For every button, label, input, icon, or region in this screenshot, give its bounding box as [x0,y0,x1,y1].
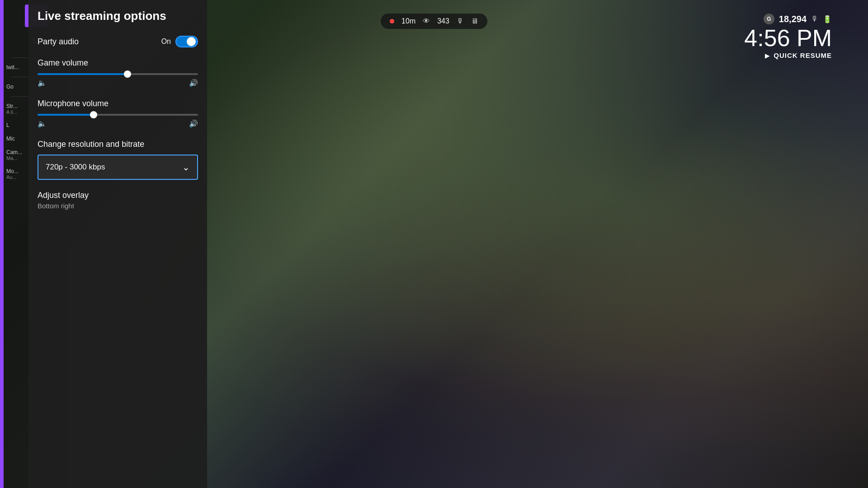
quick-resume-label: QUICK RESUME [774,52,832,59]
party-audio-label: Party audio [38,37,79,47]
resolution-label: Change resolution and bitrate [38,140,198,149]
game-volume-thumb[interactable] [124,70,131,78]
mic-volume-high-icon: 🔊 [189,119,198,128]
hud-bar: 10m 👁 343 🎙 🖥 [381,14,487,29]
game-volume-track [38,73,198,75]
mic-status-icon: 🎙 [811,15,818,23]
party-audio-toggle[interactable] [175,36,198,47]
mic-hud-icon: 🎙 [457,17,464,25]
battery-icon: 🔋 [823,15,832,23]
mic-volume-icons: 🔈 🔊 [38,119,198,128]
game-volume-high-icon: 🔊 [189,79,198,87]
game-volume-slider-container[interactable] [38,73,198,75]
status-panel: G 18,294 🎙 🔋 4:56 PM ▶ QUICK RESUME [744,14,832,59]
display-hud-icon: 🖥 [471,17,478,25]
current-time: 4:56 PM [744,26,832,50]
toggle-knob [187,37,196,46]
toggle-container[interactable]: On [161,36,198,47]
resolution-selected: 720p - 3000 kbps [46,163,105,172]
mic-volume-slider-container[interactable] [38,114,198,116]
game-volume-label: Game volume [38,58,198,68]
twitch-accent-bar [0,0,4,488]
status-icons-row: G 18,294 🎙 🔋 [764,14,832,24]
stream-duration: 10m [401,17,415,25]
settings-panel: Live streaming options Party audio On Ga… [28,0,207,488]
panel-title: Live streaming options [38,9,198,23]
overlay-position: Bottom right [38,202,198,210]
mic-volume-fill [38,114,94,116]
quick-resume-row[interactable]: ▶ QUICK RESUME [765,52,832,59]
resolution-section: Change resolution and bitrate 720p - 300… [38,140,198,180]
mic-volume-label: Microphone volume [38,99,198,108]
gamerscore: 18,294 [779,14,807,24]
mic-volume-section: Microphone volume 🔈 🔊 [38,99,198,128]
overlay-section: Adjust overlay Bottom right [38,191,198,210]
eye-icon: 👁 [423,17,430,25]
game-volume-section: Game volume 🔈 🔊 [38,58,198,87]
toggle-on-text: On [161,38,171,46]
g-badge: G [764,14,774,24]
chevron-down-icon: ⌄ [182,162,190,173]
viewer-count: 343 [437,17,449,25]
resolution-dropdown[interactable]: 720p - 3000 kbps ⌄ [38,155,198,180]
game-volume-low-icon: 🔈 [38,79,47,87]
recording-dot-icon [390,19,394,23]
mic-volume-track [38,114,198,116]
play-icon: ▶ [765,52,770,59]
game-volume-fill [38,73,127,75]
overlay-title[interactable]: Adjust overlay [38,191,198,200]
mic-volume-low-icon: 🔈 [38,119,47,128]
party-audio-row: Party audio On [38,36,198,47]
mic-volume-thumb[interactable] [90,111,97,118]
game-volume-icons: 🔈 🔊 [38,79,198,87]
